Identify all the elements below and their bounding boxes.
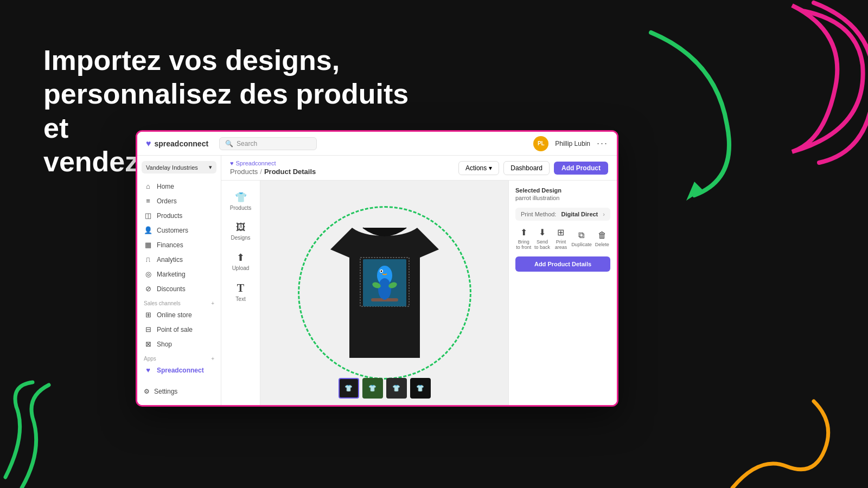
tool-designs[interactable]: 🖼 Designs	[225, 217, 257, 245]
chevron-right-icon: ›	[603, 211, 605, 217]
tool-text[interactable]: T Text	[225, 278, 257, 306]
sidebar-item-shop[interactable]: ⊠ Shop	[137, 337, 221, 351]
tool-products[interactable]: 👕 Products	[225, 187, 257, 215]
bring-front-icon: ⬆	[520, 227, 527, 237]
duplicate-btn[interactable]: ⧉ Duplicate	[571, 230, 592, 247]
more-options-icon[interactable]: ···	[597, 138, 608, 149]
app-window: ♥ spreadconnect 🔍 Search PL Phillip Lubi…	[136, 130, 618, 407]
thumbnail-1[interactable]: 👕	[339, 378, 359, 399]
sidebar-item-marketing[interactable]: ◎ Marketing	[137, 267, 221, 281]
design-name: parrot illustration	[515, 195, 610, 201]
breadcrumb: Products / Product Details	[230, 168, 316, 176]
print-areas-label: Print areas	[553, 239, 569, 250]
tshirt-icon: 👕	[235, 191, 247, 203]
dashboard-button[interactable]: Dashboard	[503, 161, 550, 175]
tool-text-label: Text	[235, 296, 245, 302]
spreadconnect-icon: ♥	[144, 366, 152, 374]
sidebar-item-analytics[interactable]: ⎍ Analytics	[137, 252, 221, 267]
sidebar-item-label: Home	[157, 183, 174, 190]
print-areas-btn[interactable]: ⊞ Print areas	[553, 227, 569, 250]
main-content: ♥ Spreadconnect Products / Product Detai…	[221, 156, 617, 405]
avatar[interactable]: PL	[533, 136, 548, 151]
online-store-icon: ⊞	[144, 311, 152, 319]
settings-label: Settings	[154, 388, 177, 395]
print-method-value: Digital Direct	[561, 211, 598, 217]
actions-button[interactable]: Actions ▾	[458, 161, 499, 175]
expand-apps-icon[interactable]: +	[211, 356, 214, 362]
logo-text: spreadconnect	[155, 139, 209, 148]
breadcrumb-actions: Actions ▾ Dashboard Add Product	[458, 161, 608, 175]
tool-designs-label: Designs	[231, 235, 250, 241]
svg-marker-0	[686, 182, 703, 201]
sidebar-item-spreadconnect[interactable]: ♥ Spreadconnect	[137, 363, 221, 377]
add-product-button[interactable]: Add Product	[554, 162, 608, 175]
upload-icon: ⬆	[237, 252, 245, 264]
sidebar-item-label: Online store	[157, 311, 192, 319]
sidebar-item-finances[interactable]: ▦ Finances	[137, 237, 221, 252]
settings-item[interactable]: ⚙ Settings	[137, 383, 221, 400]
topbar: ♥ spreadconnect 🔍 Search PL Phillip Lubi…	[137, 132, 617, 156]
store-selector[interactable]: Vandelay Industries ▾	[142, 161, 216, 174]
sidebar-item-orders[interactable]: ≡ Orders	[137, 194, 221, 208]
bring-to-front-btn[interactable]: ⬆ Bring to front	[515, 227, 532, 250]
sidebar-item-pos[interactable]: ⊟ Point of sale	[137, 322, 221, 337]
sc-brand: ♥ Spreadconnect	[230, 160, 316, 166]
svg-point-7	[380, 271, 382, 272]
chevron-down-icon: ▾	[209, 164, 212, 171]
logo-icon: ♥	[146, 139, 151, 149]
send-back-label: Send to back	[534, 239, 550, 250]
apps-label: Apps +	[137, 351, 221, 363]
chevron-down-icon: ▾	[489, 164, 492, 172]
sidebar-item-label: Spreadconnect	[157, 367, 204, 374]
search-bar[interactable]: 🔍 Search	[219, 137, 317, 150]
discounts-icon: ⊘	[144, 285, 152, 293]
finances-icon: ▦	[144, 241, 152, 249]
pos-icon: ⊟	[144, 325, 152, 333]
breadcrumb-link[interactable]: Products	[230, 168, 258, 176]
text-icon: T	[237, 282, 244, 294]
print-method-row[interactable]: Print Method: Digital Direct ›	[515, 208, 610, 221]
svg-point-11	[382, 294, 387, 300]
thumbnail-strip: 👕 👕 👕 👕	[339, 378, 431, 399]
sidebar-item-label: Point of sale	[157, 326, 193, 333]
right-panel: Selected Design parrot illustration Prin…	[508, 181, 617, 405]
bring-front-label: Bring to front	[515, 239, 532, 250]
analytics-icon: ⎍	[144, 255, 152, 264]
add-product-details-button[interactable]: Add Product Details	[515, 256, 610, 272]
breadcrumb-current: Product Details	[264, 168, 316, 176]
tool-products-label: Products	[230, 205, 251, 211]
sidebar-item-customers[interactable]: 👤 Customers	[137, 223, 221, 237]
delete-icon: 🗑	[598, 230, 607, 240]
sidebar-item-label: Orders	[157, 197, 177, 205]
hero-line1: Importez vos designs,	[43, 43, 423, 77]
expand-icon[interactable]: +	[211, 300, 214, 306]
thumbnail-4[interactable]: 👕	[410, 378, 431, 399]
tool-upload-label: Upload	[232, 265, 250, 271]
sidebar: Vandelay Industries ▾ ⌂ Home ≡ Orders ◫ …	[137, 156, 221, 405]
sidebar-item-online-store[interactable]: ⊞ Online store	[137, 307, 221, 322]
tool-panel: 👕 Products 🖼 Designs ⬆ Upload T Text	[221, 181, 260, 405]
username: Phillip Lubin	[555, 140, 590, 147]
sidebar-item-home[interactable]: ⌂ Home	[137, 179, 221, 194]
thumbnail-2[interactable]: 👕	[362, 378, 383, 399]
sc-icon: ♥	[230, 160, 234, 166]
sidebar-item-label: Customers	[157, 227, 188, 234]
breadcrumb-separator: /	[260, 168, 262, 176]
app-logo: ♥ spreadconnect	[146, 139, 208, 149]
send-to-back-btn[interactable]: ⬇ Send to back	[534, 227, 550, 250]
sidebar-item-label: Discounts	[157, 285, 186, 293]
designs-icon: 🖼	[236, 222, 246, 233]
app-body: Vandelay Industries ▾ ⌂ Home ≡ Orders ◫ …	[137, 156, 617, 405]
editor-area: 👕 Products 🖼 Designs ⬆ Upload T Text	[221, 181, 617, 405]
sidebar-item-products[interactable]: ◫ Products	[137, 208, 221, 223]
sidebar-item-discounts[interactable]: ⊘ Discounts	[137, 281, 221, 296]
shop-icon: ⊠	[144, 340, 152, 348]
tool-upload[interactable]: ⬆ Upload	[225, 247, 257, 275]
delete-btn[interactable]: 🗑 Delete	[594, 230, 610, 247]
avatar-initials: PL	[538, 140, 545, 146]
search-placeholder: Search	[237, 140, 257, 147]
tshirt-container[interactable]	[320, 214, 450, 371]
print-method-label: Print Method:	[521, 211, 556, 217]
selected-design-title: Selected Design	[515, 187, 610, 194]
thumbnail-3[interactable]: 👕	[386, 378, 407, 399]
